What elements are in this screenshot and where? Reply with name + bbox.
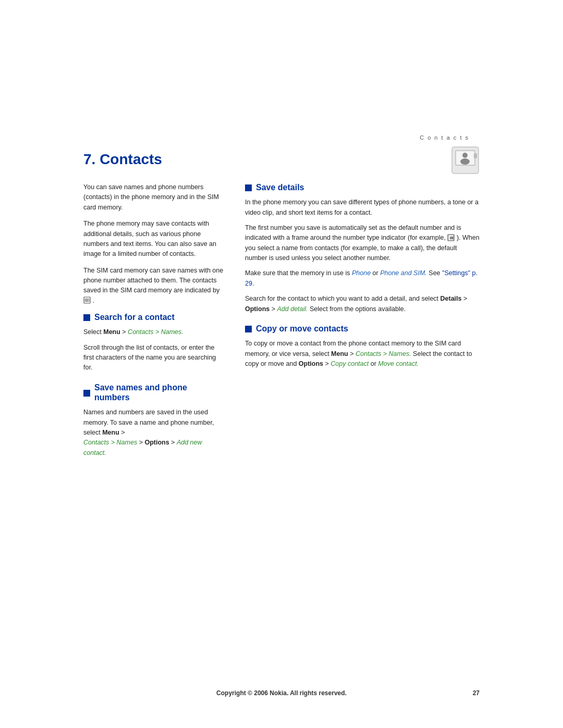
copy-or-text: or — [369, 360, 378, 367]
copy-arrow-2: > — [323, 360, 331, 367]
save-names-section-heading: Save names and phonenumbers — [83, 382, 224, 402]
copy-heading-text: Copy or move contacts — [256, 324, 348, 334]
phone-type-icon: ☎ — [447, 234, 455, 241]
save-names-body: Names and numbers are saved in the used … — [83, 408, 224, 458]
save-details-or: or — [371, 269, 380, 277]
save-details-phonesim-link: Phone and SIM. — [380, 269, 427, 277]
save-details-body-1: In the phone memory you can save differe… — [245, 198, 480, 218]
save-details-options-bold: Options — [245, 305, 270, 313]
copy-menu-bold: Menu — [331, 350, 348, 357]
footer-copyright: Copyright © 2006 Nokia. All rights reser… — [216, 689, 347, 697]
copy-blue-square — [245, 326, 252, 332]
intro-para-1: You can save names and phone numbers (co… — [83, 182, 224, 213]
search-heading-text: Search for a contact — [94, 312, 175, 322]
search-arrow-1: > — [120, 328, 128, 336]
save-details-search-text: Search for the contact to which you want… — [245, 295, 440, 302]
two-column-layout: You can save names and phone numbers (co… — [83, 182, 480, 463]
save-details-body-2: The first number you save is automatical… — [245, 223, 480, 264]
copy-section-heading: Copy or move contacts — [245, 324, 480, 334]
svg-text:☎: ☎ — [449, 236, 454, 240]
save-details-select-text: Select from the options available. — [308, 305, 406, 313]
svg-rect-10 — [85, 301, 88, 302]
search-blue-square — [83, 314, 90, 321]
chapter-title: 7. Contacts — [83, 151, 480, 168]
svg-rect-8 — [85, 299, 87, 300]
save-names-blue-square — [83, 390, 90, 397]
search-contacts-link: Contacts > Names. — [128, 328, 183, 336]
move-contact-link: Move contact. — [378, 360, 419, 367]
save-details-memory-prefix: Make sure that the memory in use is — [245, 269, 352, 277]
main-content: 7. Contacts You can save names and phone… — [83, 151, 480, 665]
intro-para-3-tail: . — [92, 297, 94, 304]
save-names-contacts-link: Contacts > Names — [83, 439, 137, 446]
copy-contact-link: Copy contact — [331, 360, 369, 367]
save-details-text-2a: The first number you save is automatical… — [245, 224, 461, 241]
sim-card-icon — [83, 297, 91, 304]
copy-options-bold: Options — [299, 360, 323, 367]
svg-rect-7 — [85, 299, 89, 302]
search-section-heading: Search for a contact — [83, 312, 224, 322]
save-details-arrow-2: > — [270, 305, 277, 313]
footer-page-number: 27 — [473, 689, 480, 697]
save-details-body-3: Make sure that the memory in use is Phon… — [245, 268, 480, 289]
save-details-blue-square — [245, 184, 252, 191]
save-names-arrow-1: > — [119, 429, 125, 436]
left-column: You can save names and phone numbers (co… — [83, 182, 224, 463]
intro-para-3-text: The SIM card memory can save names with … — [83, 267, 223, 294]
save-details-phone-link: Phone — [352, 269, 371, 277]
intro-para-2: The phone memory may save contacts with … — [83, 219, 224, 260]
save-details-see: See — [427, 269, 442, 277]
chapter-header-label: C o n t a c t s — [420, 134, 469, 141]
right-column: Save details In the phone memory you can… — [245, 182, 480, 374]
save-details-add-link: Add detail. — [277, 305, 308, 313]
page-footer: Copyright © 2006 Nokia. All rights reser… — [0, 689, 563, 697]
save-details-arrow-1: > — [462, 295, 468, 302]
save-names-heading-text: Save names and phonenumbers — [94, 382, 187, 402]
intro-para-3: The SIM card memory can save names with … — [83, 266, 224, 306]
copy-arrow-1: > — [348, 350, 356, 357]
save-names-arrow-3: > — [169, 439, 177, 446]
search-body-1: Select Menu > Contacts > Names. — [83, 327, 224, 337]
save-names-arrow-2: > — [137, 439, 144, 446]
copy-contacts-link: Contacts > Names. — [356, 350, 411, 357]
save-details-section-heading: Save details — [245, 182, 480, 192]
search-select-label: Select — [83, 328, 103, 336]
save-details-body-4: Search for the contact to which you want… — [245, 294, 480, 314]
search-body-2: Scroll through the list of contacts, or … — [83, 343, 224, 373]
save-names-menu-bold: Menu — [102, 429, 119, 436]
save-details-details-bold: Details — [440, 295, 462, 302]
search-menu-bold: Menu — [103, 328, 120, 336]
save-details-heading-text: Save details — [256, 182, 304, 192]
svg-rect-9 — [87, 299, 88, 300]
save-names-options-bold: Options — [144, 439, 169, 446]
copy-body: To copy or move a contact from the phone… — [245, 339, 480, 369]
